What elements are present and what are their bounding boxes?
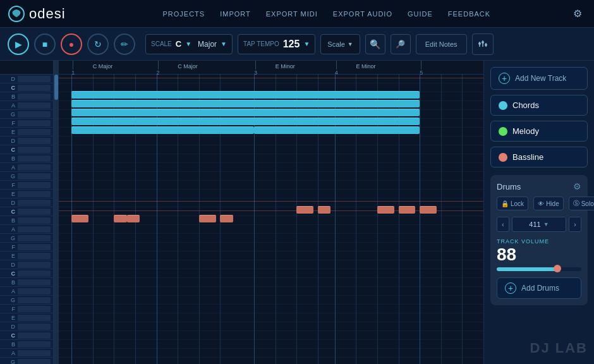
tap-tempo-label[interactable]: TAP TEMPO	[243, 40, 279, 47]
piano-key[interactable]: E	[0, 128, 53, 136]
bassline-row-line	[59, 210, 483, 211]
drums-gear-button[interactable]: ⚙	[573, 181, 581, 191]
play-button[interactable]: ▶	[8, 33, 29, 55]
piano-key[interactable]: B	[0, 216, 53, 225]
tempo-dropdown-icon[interactable]: ▼	[303, 40, 310, 47]
volume-slider[interactable]	[497, 267, 581, 271]
zoom-in-button[interactable]: 🔍	[365, 34, 385, 54]
note-block[interactable]	[254, 126, 420, 134]
piano-key[interactable]: G	[0, 172, 53, 181]
note-block[interactable]	[114, 215, 126, 222]
record-button[interactable]: ●	[61, 33, 82, 55]
piano-key[interactable]: C	[0, 207, 53, 216]
note-block[interactable]	[377, 206, 394, 214]
piano-key[interactable]: F	[0, 243, 53, 252]
add-drums-button[interactable]: + Add Drums	[497, 277, 581, 299]
nav-guide[interactable]: GUIDE	[408, 10, 433, 18]
piano-key[interactable]: F	[0, 181, 53, 190]
piano-key[interactable]: F	[0, 305, 53, 313]
piano-key[interactable]: G	[0, 110, 53, 119]
edit-notes-button[interactable]: Edit Notes	[416, 34, 467, 54]
piano-key[interactable]: E	[0, 190, 53, 198]
preset-next-button[interactable]: ›	[569, 217, 581, 232]
piano-key[interactable]: D	[0, 198, 53, 207]
piano-key[interactable]: A	[0, 225, 53, 234]
note-block[interactable]	[71, 100, 420, 107]
note-block[interactable]	[399, 206, 416, 214]
piano-key[interactable]: B	[0, 278, 53, 287]
piano-key[interactable]: A	[0, 349, 53, 358]
note-block[interactable]	[220, 215, 233, 222]
piano-key[interactable]: C	[0, 145, 53, 154]
note-block[interactable]	[199, 215, 216, 222]
note-block[interactable]	[71, 109, 420, 116]
note-block[interactable]	[127, 215, 140, 222]
key-label: A	[3, 288, 15, 294]
lock-button[interactable]: 🔒 Lock	[497, 197, 528, 210]
loop-button[interactable]: ↻	[87, 33, 109, 55]
note-block[interactable]	[71, 215, 88, 222]
zoom-out-button[interactable]: 🔎	[391, 34, 411, 54]
grid-area: 1 C Major 2 C Major 3 E Minor 4 E Minor …	[54, 61, 483, 364]
melody-track-item[interactable]: Melody	[490, 121, 588, 142]
piano-key[interactable]: D	[0, 322, 53, 331]
scroll-thumb	[54, 75, 58, 100]
piano-key[interactable]: C	[0, 269, 53, 278]
nav-export-audio[interactable]: EXPORT AUDIO	[333, 10, 392, 18]
key-label: E	[3, 191, 15, 197]
preset-select[interactable]: 411 ▼	[512, 217, 566, 232]
piano-key[interactable]: G	[0, 234, 53, 243]
solo-button[interactable]: Ⓢ Solo	[569, 197, 594, 210]
key-label: F	[3, 244, 15, 250]
hide-button[interactable]: 👁 Hide	[533, 197, 564, 210]
preset-prev-button[interactable]: ‹	[497, 217, 509, 232]
nav-projects[interactable]: PROJECTS	[162, 10, 205, 18]
drums-header: Drums ⚙	[497, 181, 581, 191]
piano-key[interactable]: B	[0, 154, 53, 163]
piano-key[interactable]: A	[0, 101, 53, 110]
piano-key[interactable]: B	[0, 340, 53, 349]
piano-key[interactable]: B	[0, 92, 53, 101]
chords-track-item[interactable]: Chords	[490, 95, 588, 116]
piano-key[interactable]: A	[0, 163, 53, 172]
settings-button[interactable]: ⚙	[569, 5, 586, 23]
nav-feedback[interactable]: FEEDBACK	[448, 10, 490, 18]
bassline-label: Bassline	[512, 152, 543, 162]
scale-key-dropdown-icon[interactable]: ▼	[185, 40, 191, 47]
piano-key[interactable]: E	[0, 252, 53, 260]
note-block[interactable]	[318, 206, 330, 214]
nav-import[interactable]: IMPORT	[220, 10, 251, 18]
scroll-indicator[interactable]	[54, 61, 59, 364]
piano-key[interactable]: D	[0, 260, 53, 269]
note-block[interactable]	[71, 91, 420, 99]
key-label: G	[3, 359, 15, 365]
add-track-icon: +	[499, 73, 510, 84]
bassline-track-item[interactable]: Bassline	[490, 147, 588, 167]
piano-key[interactable]: E	[0, 313, 53, 322]
scale-filter-button[interactable]: Scale ▼	[320, 34, 360, 54]
key-bar	[18, 94, 51, 100]
grid-content[interactable]	[59, 75, 483, 364]
svg-point-4	[478, 42, 481, 45]
piano-key[interactable]: C	[0, 83, 53, 92]
piano-key[interactable]: C	[0, 331, 53, 340]
mixer-button[interactable]	[472, 33, 494, 55]
piano-key[interactable]: G	[0, 296, 53, 305]
note-block[interactable]	[71, 118, 420, 125]
nav-export-midi[interactable]: EXPORT MIDI	[266, 10, 318, 18]
key-bar	[18, 147, 51, 153]
note-block[interactable]	[296, 206, 313, 214]
piano-key[interactable]: A	[0, 287, 53, 296]
volume-slider-thumb[interactable]	[554, 265, 561, 272]
piano-key[interactable]: D	[0, 75, 53, 83]
piano-key[interactable]: D	[0, 136, 53, 145]
draw-button[interactable]: ✏	[114, 33, 135, 55]
scale-mode-dropdown-icon[interactable]: ▼	[221, 40, 227, 47]
note-block[interactable]	[420, 206, 437, 214]
piano-key[interactable]: G	[0, 358, 53, 364]
stop-button[interactable]: ■	[34, 33, 56, 55]
add-track-button[interactable]: + Add New Track	[490, 67, 588, 90]
piano-key[interactable]: F	[0, 119, 53, 128]
note-block[interactable]	[71, 126, 254, 134]
scale-key: C	[176, 39, 181, 49]
